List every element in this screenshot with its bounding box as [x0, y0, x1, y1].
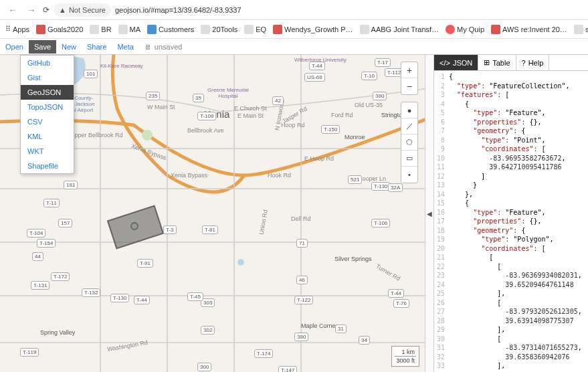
tab-help[interactable]: ?Help [516, 55, 550, 70]
bookmark-item[interactable]: sa_ps60_template… [574, 25, 588, 34]
scale-ft: 3000 ft [395, 357, 416, 365]
draw-rect-button[interactable]: ▭ [401, 151, 417, 167]
file-icon [574, 25, 583, 34]
document-icon: 🗎 [144, 43, 152, 51]
save-geojson[interactable]: GeoJSON [21, 85, 74, 100]
zoom-out-button[interactable]: − [401, 78, 417, 94]
route-shield: 380 [294, 333, 308, 341]
road-label: Bellbrook Ave [187, 127, 224, 134]
tab-table[interactable]: ⊞Table [478, 55, 516, 70]
route-shield: T-106 [371, 219, 390, 227]
poi-hospital: Greene Memorial Hospital [207, 87, 249, 99]
route-shield: T-76 [393, 299, 409, 308]
route-shield: US-68 [304, 73, 325, 82]
route-shield: 235 [146, 92, 160, 100]
save-gist[interactable]: Gist [21, 70, 74, 85]
folder-icon [201, 25, 210, 34]
save-wkt[interactable]: WKT [21, 144, 74, 159]
route-shield: T-130 [110, 294, 129, 302]
nav-back-icon[interactable]: ← [5, 5, 20, 15]
bookmarks-bar: ⠿Apps Goals2020 BR MA Customers 20Tools … [0, 20, 588, 39]
route-shield: 521 [348, 175, 362, 184]
place-label: Maple Corner [301, 322, 338, 329]
app-toolbar: Open Save New Share Meta 🗎 unsaved [0, 39, 588, 55]
browser-toolbar: ← → ⟳ ▲ Not Secure geojson.io/#map=13/39… [0, 0, 588, 20]
save-github[interactable]: GitHub [21, 56, 74, 70]
folder-icon [90, 25, 99, 34]
bookmark-item[interactable]: Customers [147, 25, 194, 34]
save-shapefile[interactable]: Shapefile [21, 159, 74, 173]
route-shield: 46 [296, 276, 308, 284]
route-shield: T-119 [20, 348, 39, 357]
route-shield: 42 [272, 96, 284, 105]
road-label: Xenia Bypass [171, 172, 207, 179]
sidebar: </>JSON ⊞Table ?Help 1{2 "type": "Featur… [434, 55, 588, 372]
bookmark-item[interactable]: BR [90, 25, 111, 34]
share-menu[interactable]: Share [82, 40, 112, 54]
place-label: Monroe [345, 134, 365, 141]
road-label: E Hoop Rd [304, 155, 334, 162]
route-shield: T-81 [202, 225, 218, 234]
code-editor[interactable]: 1{2 "type": "FeatureCollection",3 "featu… [434, 71, 588, 372]
draw-line-button[interactable]: ／ [401, 118, 417, 134]
route-shield: T-44 [309, 62, 325, 70]
folder-icon [273, 25, 282, 34]
draw-marker-button[interactable]: ● [401, 102, 417, 118]
url-text[interactable]: geojson.io/#map=13/39.6482/-83.9337 [115, 6, 241, 14]
bookmark-item[interactable]: AWS re:Invent 20… [491, 25, 567, 34]
bookmark-item[interactable]: MA [118, 25, 141, 34]
quip-icon [446, 25, 455, 34]
folder-icon [36, 25, 45, 34]
new-button[interactable]: New [56, 40, 82, 54]
scale-control: 1 km 3000 ft [391, 346, 419, 367]
open-menu[interactable]: Open [0, 40, 29, 54]
apps-button[interactable]: ⠿Apps [5, 25, 29, 33]
route-shield: 35 [193, 94, 204, 102]
reload-icon[interactable]: ⟳ [43, 5, 50, 15]
road-label: W Main St [147, 104, 175, 110]
point-marker[interactable] [130, 222, 138, 230]
panel-divider[interactable]: ◀ [425, 55, 434, 372]
route-shield: T-3 [163, 225, 177, 234]
bookmark-item[interactable]: AABG Joint Transf… [360, 25, 439, 34]
bookmark-item[interactable]: Wendys_Growth P… [273, 25, 353, 34]
draw-polygon-button[interactable]: ⬠ [401, 134, 417, 151]
folder-icon [360, 25, 369, 34]
route-shield: T-174 [254, 349, 273, 358]
route-shield: 34 [359, 336, 370, 345]
route-shield: T-147 [278, 366, 297, 372]
save-csv[interactable]: CSV [21, 114, 74, 129]
route-shield: 157 [58, 219, 72, 227]
scale-km: 1 km [395, 348, 416, 357]
tab-json[interactable]: </>JSON [434, 55, 478, 70]
route-shield: 181 [64, 181, 78, 189]
route-shield: 31 [335, 324, 347, 333]
route-shield: T-104 [27, 229, 45, 238]
security-badge[interactable]: ▲ Not Secure [54, 3, 111, 17]
save-topojson[interactable]: TopoJSON [21, 100, 74, 114]
meta-button[interactable]: Meta [112, 40, 138, 54]
route-shield: 300 [197, 363, 211, 371]
route-shield: T-172 [51, 272, 70, 281]
save-kml[interactable]: KML [21, 129, 74, 144]
bookmark-item[interactable]: 20Tools [201, 25, 237, 34]
zoom-control: + − [401, 62, 418, 95]
route-shield: T-17 [375, 58, 391, 67]
road-label: E Main St [237, 112, 264, 119]
bookmark-item[interactable]: EQ [244, 25, 266, 34]
route-shield: T-150 [321, 125, 340, 134]
bookmark-item[interactable]: Goals2020 [36, 25, 83, 34]
zoom-in-button[interactable]: + [401, 62, 417, 78]
brackets-icon: </> [439, 59, 450, 67]
road-label: Dell Rd [291, 215, 311, 222]
route-shield: T-44 [134, 296, 150, 304]
road-label: Ford Rd [331, 112, 353, 118]
draw-point-button[interactable]: • [401, 167, 417, 183]
nav-forward-icon[interactable]: → [24, 5, 39, 15]
route-shield: T-10 [361, 72, 377, 80]
place-label: Silver Springs [334, 256, 372, 262]
bookmark-item[interactable]: My Quip [446, 25, 484, 34]
apps-icon: ⠿ [5, 25, 11, 33]
save-menu[interactable]: Save [29, 40, 56, 54]
table-icon: ⊞ [484, 58, 490, 67]
